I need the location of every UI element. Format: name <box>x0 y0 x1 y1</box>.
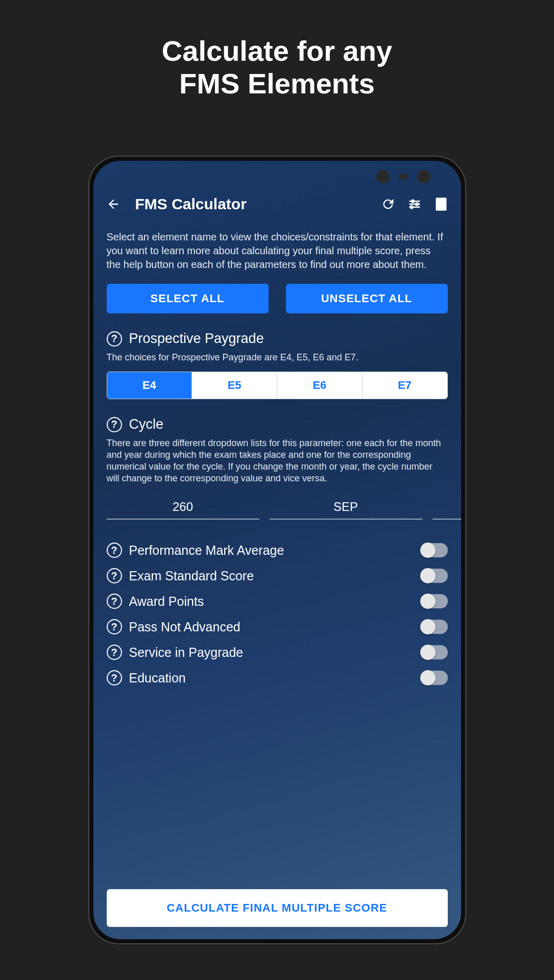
svg-point-10 <box>442 204 444 206</box>
paygrade-description: The choices for Prospective Paygrade are… <box>107 352 448 363</box>
toggle-row: ?Performance Mark Average <box>107 537 448 563</box>
paygrade-header: ? Prospective Paygrade <box>107 331 448 347</box>
toggle-row: ?Exam Standard Score <box>107 563 448 589</box>
help-icon[interactable]: ? <box>107 619 122 634</box>
select-all-button[interactable]: SELECT ALL <box>107 284 269 313</box>
toggle-switch[interactable] <box>421 569 448 583</box>
toggle-switch[interactable] <box>421 671 448 685</box>
paygrade-option-e5[interactable]: E5 <box>192 372 277 399</box>
phone-frame: FMS Calculator Select an element name to… <box>88 156 466 944</box>
toggle-label: Education <box>129 671 414 685</box>
svg-point-9 <box>440 204 442 206</box>
section-title-paygrade: Prospective Paygrade <box>129 331 264 347</box>
phone-screen: FMS Calculator Select an element name to… <box>93 161 461 939</box>
svg-point-8 <box>438 204 440 206</box>
toggle-row: ?Service in Paygrade <box>107 640 448 665</box>
toggle-row: ?Education <box>107 665 448 691</box>
settings-sliders-icon[interactable] <box>407 197 422 212</box>
camera-dot <box>376 170 390 183</box>
toggle-label: Service in Paygrade <box>129 645 414 660</box>
cycle-description: There are three different dropdown lists… <box>107 437 448 484</box>
svg-point-11 <box>438 207 440 208</box>
svg-rect-7 <box>438 200 444 203</box>
phone-notch <box>376 170 430 183</box>
svg-point-13 <box>442 207 444 208</box>
cycle-year-field[interactable] <box>432 495 461 520</box>
section-title-cycle: Cycle <box>129 416 164 432</box>
toggle-label: Performance Mark Average <box>129 543 414 558</box>
paygrade-option-e4[interactable]: E4 <box>107 372 192 399</box>
back-icon[interactable] <box>106 197 121 212</box>
paygrade-option-e6[interactable]: E6 <box>277 372 363 399</box>
cycle-month-field[interactable] <box>270 495 422 520</box>
camera-dot <box>417 170 430 183</box>
intro-text: Select an element name to view the choic… <box>107 230 448 272</box>
calculator-icon[interactable] <box>433 197 449 212</box>
help-icon[interactable]: ? <box>107 645 122 660</box>
toggle-label: Pass Not Advanced <box>129 620 414 634</box>
promo-line2: FMS Elements <box>0 67 554 100</box>
cycle-number-field[interactable] <box>107 495 259 520</box>
help-icon[interactable]: ? <box>107 594 122 609</box>
toggle-switch[interactable] <box>421 543 448 557</box>
refresh-icon[interactable] <box>380 197 396 212</box>
toggle-row: ?Award Points <box>107 589 448 614</box>
appbar: FMS Calculator <box>93 192 461 222</box>
toggle-label: Award Points <box>129 594 414 609</box>
toggle-list: ?Performance Mark Average?Exam Standard … <box>107 537 448 691</box>
toggle-row: ?Pass Not Advanced <box>107 614 448 640</box>
toggle-switch[interactable] <box>421 620 448 634</box>
cycle-header: ? Cycle <box>107 416 448 432</box>
paygrade-segmented-control: E4E5E6E7 <box>107 372 448 399</box>
svg-point-5 <box>410 206 413 209</box>
toggle-switch[interactable] <box>421 594 448 608</box>
page-title: FMS Calculator <box>132 195 369 213</box>
svg-point-3 <box>412 200 414 203</box>
sensor-dot <box>399 174 408 179</box>
help-icon[interactable]: ? <box>107 543 122 558</box>
promo-title: Calculate for any FMS Elements <box>0 0 554 101</box>
help-icon[interactable]: ? <box>107 568 122 583</box>
promo-line1: Calculate for any <box>0 35 554 67</box>
svg-point-4 <box>416 203 418 206</box>
help-icon[interactable]: ? <box>107 417 122 432</box>
svg-point-12 <box>440 207 442 208</box>
help-icon[interactable]: ? <box>107 331 122 347</box>
unselect-all-button[interactable]: UNSELECT ALL <box>286 284 448 313</box>
help-icon[interactable]: ? <box>107 670 122 685</box>
toggle-switch[interactable] <box>421 645 448 659</box>
calculate-button[interactable]: CALCULATE FINAL MULTIPLE SCORE <box>107 889 448 927</box>
paygrade-option-e7[interactable]: E7 <box>363 372 447 399</box>
toggle-label: Exam Standard Score <box>129 569 414 583</box>
